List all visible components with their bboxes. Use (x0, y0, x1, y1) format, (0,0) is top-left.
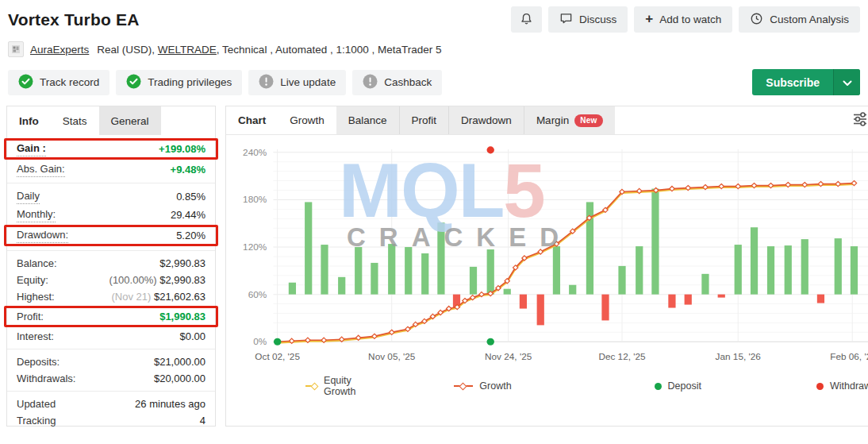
stat-row-monthly: Monthly: 29.44% (7, 206, 215, 224)
legend-growth[interactable]: Growth (454, 380, 511, 392)
stat-label[interactable]: Daily (17, 189, 40, 204)
stat-row-drawdown: Drawdown: 5.20% (6, 227, 216, 244)
stat-row-gain: Gain : +199.08% (6, 141, 216, 157)
dot-swatch-icon (655, 383, 662, 390)
subscribe-button[interactable]: Subscribe (752, 69, 833, 95)
stat-row-interest: Interest: $0.00 (7, 328, 215, 345)
stat-label: Tracking (17, 414, 56, 427)
stat-label[interactable]: Abs. Gain: (17, 162, 65, 177)
stat-value: $2,990.83 (159, 274, 205, 286)
legend-label: Equity Growth (324, 375, 363, 397)
legend-label: Deposit (668, 380, 701, 392)
tab-balance[interactable]: Balance (336, 106, 399, 134)
stat-value: 29.44% (171, 208, 205, 222)
svg-text:Dec 12, '25: Dec 12, '25 (598, 351, 645, 361)
stat-row-tracking: Tracking 4 (7, 412, 215, 429)
stat-value: +9.48% (171, 163, 205, 176)
growth-chart: 0%60%120%180%240%Oct 02, '25Nov 05, '25N… (226, 135, 868, 372)
custom-analysis-label: Custom Analysis (770, 14, 849, 25)
broker-link[interactable]: WELTRADE (158, 44, 217, 56)
stat-value: 4 (200, 414, 205, 427)
stat-label: Interest: (17, 330, 54, 343)
discuss-button[interactable]: Discuss (548, 6, 628, 33)
exclamation-circle-icon (259, 74, 274, 91)
tab-chart[interactable]: Chart (226, 106, 278, 134)
stat-label: Equity: (17, 273, 48, 287)
legend-deposit[interactable]: Deposit (655, 380, 701, 392)
svg-text:Nov 24, '25: Nov 24, '25 (485, 351, 532, 361)
plus-icon: + (645, 12, 653, 25)
stat-value: 0.85% (176, 190, 205, 203)
legend-withdrawal[interactable]: Withdrawal (816, 380, 868, 392)
svg-text:180%: 180% (243, 195, 267, 205)
stat-label: Highest: (17, 290, 55, 303)
chart-settings-button[interactable] (841, 106, 868, 134)
dot-swatch-icon (816, 383, 824, 390)
header-actions: Discuss + Add to watch Custom Analysis (511, 6, 860, 33)
badge-live-update[interactable]: Live update (248, 70, 346, 95)
tab-general[interactable]: General (99, 106, 161, 135)
tab-stats[interactable]: Stats (51, 106, 99, 135)
svg-text:0%: 0% (253, 336, 267, 346)
stat-value-prefix: (Nov 21) (111, 291, 151, 303)
add-to-watch-button[interactable]: + Add to watch (634, 6, 732, 33)
growth-chart-svg[interactable]: 0%60%120%180%240%Oct 02, '25Nov 05, '25N… (226, 135, 868, 372)
bell-icon (520, 12, 533, 28)
stat-value: 26 minutes ago (135, 397, 205, 411)
sidebar-tabs: Info Stats General (7, 106, 215, 135)
stat-row-balance: Balance: $2,990.83 (7, 255, 215, 272)
stat-row-highest: Highest: (Nov 21) $21,602.63 (7, 288, 215, 305)
badge-cashback[interactable]: Cashback (352, 70, 442, 95)
stat-label[interactable]: Gain : (17, 141, 46, 156)
chevron-down-icon (843, 75, 852, 90)
account-suffix: , Technical , Automated , 1:1000 , MetaT… (217, 44, 442, 56)
author-link[interactable]: AuraExperts (30, 44, 89, 56)
check-circle-icon (126, 74, 141, 91)
author-avatar[interactable] (8, 41, 24, 57)
badge-label: Live update (280, 76, 336, 88)
stat-value: $21,000.00 (154, 355, 205, 369)
badge-label: Trading privileges (148, 76, 232, 88)
tab-margin[interactable]: Margin New (524, 106, 615, 134)
chat-icon (559, 12, 573, 27)
legend-equity-growth[interactable]: Equity Growth (305, 375, 363, 397)
tab-margin-label: Margin (536, 114, 569, 126)
subscribe-dropdown-button[interactable] (833, 69, 860, 95)
tab-growth[interactable]: Growth (278, 106, 336, 134)
svg-text:240%: 240% (243, 147, 267, 157)
svg-text:120%: 120% (243, 241, 267, 252)
tab-drawdown[interactable]: Drawdown (448, 106, 524, 134)
stat-label[interactable]: Drawdown: (17, 228, 68, 243)
badge-trading-privileges[interactable]: Trading privileges (116, 70, 242, 95)
chart-panel: Chart Growth Balance Profit Drawdown Mar… (225, 106, 868, 427)
notifications-button[interactable] (511, 6, 542, 33)
stat-label: Withdrawals: (17, 372, 75, 385)
badge-track-record[interactable]: Track record (8, 70, 109, 95)
badge-label: Cashback (384, 76, 432, 88)
tab-profit[interactable]: Profit (399, 106, 449, 134)
gain-highlight-box: Gain : +199.08% (4, 138, 218, 160)
account-prefix: Real (USD), (97, 44, 155, 56)
stat-value-prefix: (100.00%) (109, 274, 157, 286)
divider (7, 250, 215, 251)
check-circle-icon (18, 74, 33, 91)
stat-row-abs-gain: Abs. Gain: +9.48% (7, 160, 215, 179)
add-to-watch-label: Add to watch (659, 14, 721, 25)
svg-text:Jan 15, '26: Jan 15, '26 (716, 351, 761, 361)
page-header: Vortex Turbo EA Discuss + Add to watch (0, 0, 868, 95)
stat-value: $0.00 (179, 330, 205, 343)
stats-sidebar: Info Stats General Gain : +199.08% Abs. … (6, 106, 216, 427)
line-swatch-icon (305, 385, 317, 387)
divider (7, 349, 215, 349)
stat-row-equity: Equity: (100.00%) $2,990.83 (7, 272, 215, 288)
clock-icon (750, 12, 763, 28)
page-title: Vortex Turbo EA (8, 10, 140, 29)
stat-value: +199.08% (159, 142, 205, 156)
custom-analysis-button[interactable]: Custom Analysis (739, 6, 860, 33)
stat-label[interactable]: Monthly: (17, 207, 56, 222)
stat-value: $21,602.63 (154, 291, 205, 303)
tab-info[interactable]: Info (7, 106, 51, 135)
stat-value: 5.20% (176, 229, 205, 242)
badge-label: Track record (40, 76, 99, 88)
status-badges: Track record Trading privileges Live upd… (8, 70, 442, 95)
